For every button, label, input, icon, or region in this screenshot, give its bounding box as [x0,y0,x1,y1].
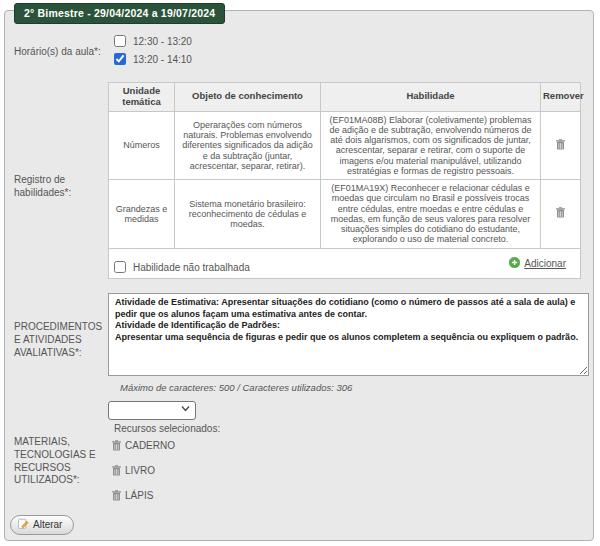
skill-row: Números Operarações com números naturais… [109,111,581,180]
skill-row: Grandezas e medidas Sistema monetário br… [109,180,581,249]
resource-item-label: LIVRO [125,465,155,476]
skill-row-habilidade: (EF01MA08B) Elaborar (coletivamente) pro… [321,111,541,180]
schedule-checkbox-1[interactable] [114,35,126,47]
col-header-habilidade: Habilidade [321,83,541,112]
skills-table-container: Unidade temática Objeto de conhecimento … [108,82,580,279]
schedule-option-1-label: 12:30 - 13:20 [133,36,192,47]
skill-row-objeto: Operarações com números naturais. Proble… [175,111,321,180]
skills-table: Unidade temática Objeto de conhecimento … [108,82,581,279]
not-worked-option[interactable]: Habilidade não trabalhada [114,261,250,273]
not-worked-checkbox[interactable] [114,261,126,273]
add-skill-label: Adicionar [524,258,566,269]
schedule-option-2[interactable]: 13:20 - 14:10 [114,53,192,65]
trash-icon [112,464,121,479]
remove-resource-button[interactable] [112,490,121,501]
schedule-option-1[interactable]: 12:30 - 13:20 [114,35,192,47]
skill-row-habilidade: (EF01MA19X) Reconhecer e relacionar cédu… [321,180,541,249]
schedule-checkbox-2[interactable] [114,53,126,65]
char-counter: Máximo de caracteres: 500 / Caracteres u… [120,382,352,393]
materials-label: MATERIAIS, TECNOLOGIAS E RECURSOS UTILIZ… [14,436,110,487]
col-header-objeto: Objeto de conhecimento [175,83,321,112]
skills-table-header-row: Unidade temática Objeto de conhecimento … [109,83,581,112]
procedures-textarea[interactable]: Atividade de Estimativa: Apresentar situ… [108,293,589,376]
schedule-option-2-label: 13:20 - 14:10 [133,54,192,65]
schedule-label: Horário(s) da aula*: [14,46,109,59]
col-header-unidade: Unidade temática [109,83,175,112]
resource-item: LIVRO [112,465,155,476]
resources-select[interactable] [108,401,196,420]
resource-item: LÁPIS [112,490,153,501]
skill-row-unidade: Grandezas e medidas [109,180,175,249]
remove-skill-button[interactable] [556,207,565,218]
remove-skill-button[interactable] [556,139,565,150]
not-worked-label: Habilidade não trabalhada [133,262,250,273]
alterar-button-label: Alterar [33,519,62,530]
resource-item-label: LÁPIS [125,490,153,501]
add-skill-link[interactable]: Adicionar [509,257,566,270]
skills-label: Registro de habilidades*: [14,174,104,200]
trash-icon [112,489,121,504]
trash-icon [556,138,565,153]
remove-resource-button[interactable] [112,465,121,476]
skill-row-objeto: Sistema monetário brasileiro: reconhecim… [175,180,321,249]
trash-icon [556,206,565,221]
resources-select-wrap [108,400,196,419]
page-root: 2° Bimestre - 29/04/2024 a 19/07/2024 Ho… [0,0,600,546]
trash-icon [112,439,121,454]
resource-item: CADERNO [112,440,175,451]
procedures-label: PROCEDIMENTOS E ATIVIDADES AVALIATIVAS*: [14,321,110,359]
remove-resource-button[interactable] [112,440,121,451]
skill-row-unidade: Números [109,111,175,180]
bimestre-header: 2° Bimestre - 29/04/2024 a 19/07/2024 [14,3,225,24]
col-header-remover: Remover [541,83,581,112]
alterar-button[interactable]: Alterar [10,515,74,535]
add-plus-icon [509,257,520,270]
edit-icon [18,518,29,531]
resource-item-label: CADERNO [125,440,175,451]
selected-resources-title: Recursos selecionados: [114,423,220,434]
